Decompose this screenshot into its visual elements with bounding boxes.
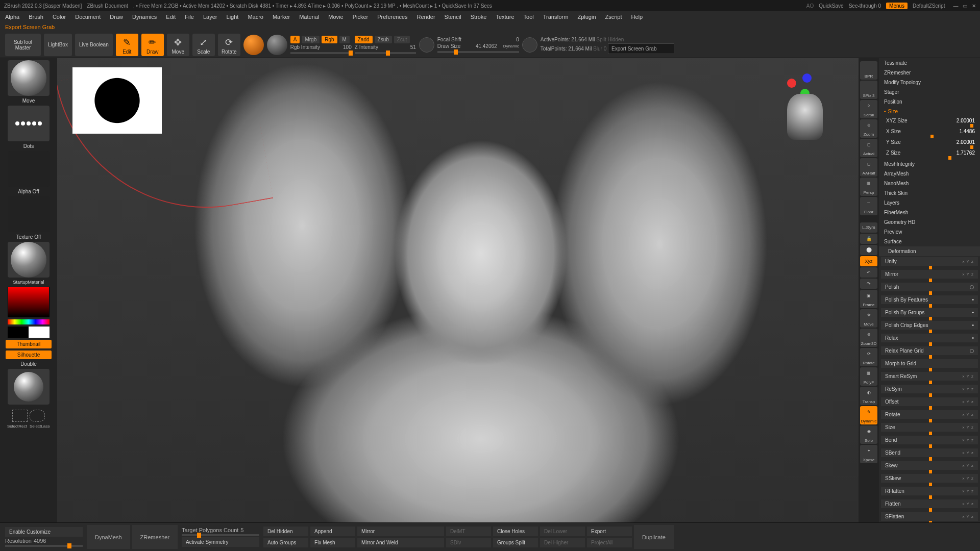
floor-button[interactable]: ─Floor: [860, 197, 877, 215]
subtool-master-button[interactable]: SubTool Master: [5, 34, 41, 56]
select-rect-icon[interactable]: [12, 410, 28, 422]
deform-sbend[interactable]: SBendx Y z: [881, 448, 978, 457]
blur-button[interactable]: Blur 0: [593, 46, 606, 52]
dynamic-label[interactable]: Dynamic: [503, 44, 519, 48]
quicksave-button[interactable]: QuickSave: [819, 3, 843, 9]
deform-polish-by-groups[interactable]: Polish By Groups•: [881, 308, 978, 317]
secondary-sphere[interactable]: [8, 369, 50, 405]
lightbox-button[interactable]: LightBox: [44, 34, 72, 56]
menu-brush[interactable]: Brush: [29, 14, 43, 20]
activate-symmetry[interactable]: Activate Symmetry: [182, 537, 259, 547]
zoom-button[interactable]: ⊕Zoom: [860, 119, 877, 138]
dynamesh-button[interactable]: DynaMesh: [87, 525, 130, 549]
export-button[interactable]: Export: [587, 527, 632, 536]
viewport[interactable]: [57, 58, 859, 522]
menu-edit[interactable]: Edit: [166, 14, 176, 20]
material-preview[interactable]: [8, 242, 50, 278]
zadd-button[interactable]: Zadd: [355, 36, 373, 43]
auto-groups-button[interactable]: Auto Groups: [263, 538, 308, 547]
deform-polish-by-features[interactable]: Polish By Features•: [881, 295, 978, 304]
scroll-button[interactable]: ◊Scroll: [860, 100, 877, 118]
menu-marker[interactable]: Marker: [273, 14, 290, 20]
deform-rflatten[interactable]: RFlattenx Y z: [881, 487, 978, 495]
menu-dynamics[interactable]: Dynamics: [132, 14, 157, 20]
polyf-button[interactable]: ▦PolyF: [860, 367, 877, 386]
menu-macro[interactable]: Macro: [248, 14, 263, 20]
section-preview[interactable]: Preview: [879, 227, 980, 237]
section-tessimate[interactable]: Tessimate: [879, 58, 980, 68]
del-lower-button[interactable]: Del Lower: [540, 527, 585, 536]
menu-file[interactable]: File: [185, 14, 194, 20]
menu-render[interactable]: Render: [417, 14, 435, 20]
color-picker[interactable]: [8, 287, 50, 317]
rotate-mode-button[interactable]: ⟳Rotate: [218, 34, 240, 56]
alpha-preview[interactable]: [8, 151, 50, 187]
deform-relax[interactable]: Relax•: [881, 334, 978, 342]
focal-icon[interactable]: [419, 37, 434, 53]
section-surface[interactable]: Surface: [879, 237, 980, 246]
menu-draw[interactable]: Draw: [110, 14, 123, 20]
projectall-button[interactable]: ProjectAll: [587, 538, 632, 547]
zoom3d-button[interactable]: ⊕Zoom3D: [860, 329, 877, 347]
move-button[interactable]: ✥Move: [860, 309, 877, 328]
split-hidden-button[interactable]: Split Hidden: [596, 37, 624, 42]
deform-rotate[interactable]: Rotatex Y z: [881, 410, 978, 419]
deform-flatten[interactable]: Flattenx Y z: [881, 499, 978, 508]
delmt-button[interactable]: DelMT: [446, 527, 491, 536]
xpose-button[interactable]: ✦Xpose: [860, 445, 877, 463]
aahalf-button[interactable]: ◻AAHalf: [860, 158, 877, 177]
deform-smart-resym[interactable]: Smart ReSymx Y z: [881, 372, 978, 381]
lock-button[interactable]: 🔒: [860, 234, 877, 244]
deform-sskew[interactable]: SSkewx Y z: [881, 474, 978, 483]
zremesher-button[interactable]: ZRemesher: [132, 525, 178, 549]
deform-sflatten[interactable]: SFlattenx Y z: [881, 512, 978, 521]
draw-mode-button[interactable]: ✏Draw: [141, 34, 164, 56]
deform-polish[interactable]: Polish: [881, 283, 978, 291]
section-stager[interactable]: Stager: [879, 87, 980, 97]
rotate-button[interactable]: ⟳Rotate: [860, 348, 877, 366]
rgb-button[interactable]: Rgb: [322, 36, 337, 43]
frame-button[interactable]: ▣Frame: [860, 290, 877, 308]
deform-polish-crisp-edges[interactable]: Polish Crisp Edges•: [881, 321, 978, 330]
material-sphere-b[interactable]: [267, 35, 287, 55]
resolution-slider[interactable]: [5, 545, 83, 547]
draw-size-slider[interactable]: [437, 51, 519, 53]
deform-offset[interactable]: Offsetx Y z: [881, 397, 978, 406]
menu-alpha[interactable]: Alpha: [5, 14, 19, 20]
mrgb-button[interactable]: Mrgb: [302, 36, 320, 43]
menu-help[interactable]: Help: [631, 14, 643, 20]
sdiv-button[interactable]: SDiv: [446, 538, 491, 547]
solo-button[interactable]: ◉Solo: [860, 425, 877, 444]
menus-toggle[interactable]: Menus: [886, 3, 908, 9]
deform-bend[interactable]: Bendx Y z: [881, 436, 978, 444]
menu-movie[interactable]: Movie: [328, 14, 343, 20]
menu-tool[interactable]: Tool: [524, 14, 534, 20]
close-icon[interactable]: ✕: [972, 3, 976, 9]
lock-button[interactable]: ⚪: [860, 245, 877, 255]
mirror-weld-button[interactable]: Mirror And Weld: [357, 538, 444, 547]
section-deformation[interactable]: Deformation: [879, 246, 980, 256]
bw-swatches[interactable]: [8, 327, 50, 338]
menu-texture[interactable]: Texture: [496, 14, 514, 20]
lsym-button[interactable]: L.Sym: [860, 222, 877, 233]
zcut-button[interactable]: Zcut: [394, 36, 410, 43]
dynamic-icon[interactable]: [522, 37, 537, 53]
double-label[interactable]: Double: [20, 361, 37, 367]
section-arraymesh[interactable]: ArrayMesh: [879, 169, 980, 179]
live-boolean-button[interactable]: Live Boolean: [75, 34, 113, 56]
silhouette-button[interactable]: Silhouette: [6, 350, 52, 359]
export-field[interactable]: Export Screen Grab: [608, 43, 674, 54]
section-thick-skin[interactable]: Thick Skin: [879, 188, 980, 198]
menu-document[interactable]: Document: [75, 14, 101, 20]
section-geometry-hd[interactable]: Geometry HD: [879, 217, 980, 227]
maximize-icon[interactable]: ▭: [963, 3, 967, 9]
rgb-intensity-slider[interactable]: [290, 52, 352, 54]
thumbnail-preview[interactable]: [72, 67, 162, 134]
a-chip[interactable]: A: [290, 36, 300, 43]
section-meshintegrity[interactable]: MeshIntegrity: [879, 159, 980, 169]
brush-preview[interactable]: [8, 60, 50, 96]
menu-stroke[interactable]: Stroke: [471, 14, 487, 20]
section-fibermesh[interactable]: FiberMesh: [879, 208, 980, 217]
section-position[interactable]: Position: [879, 97, 980, 107]
menu-layer[interactable]: Layer: [203, 14, 217, 20]
